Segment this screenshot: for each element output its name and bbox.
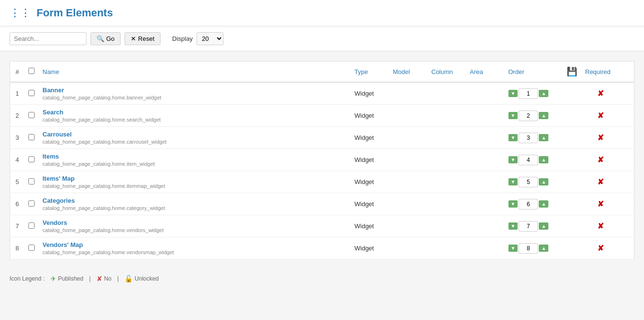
reset-button[interactable]: ✕ Reset [124,32,161,45]
order-down-button[interactable]: ▼ [508,200,518,208]
row-num: 4 [10,149,25,171]
row-name-link[interactable]: Search [43,109,63,116]
row-required-cell: ✘ [582,193,620,215]
row-save-cell [562,193,582,215]
row-column [428,149,466,171]
required-delete-button[interactable]: ✘ [597,89,604,98]
row-action-cell [620,127,634,149]
order-up-button[interactable]: ▲ [539,245,548,252]
order-up-button[interactable]: ▲ [539,90,548,97]
display-select[interactable]: 5 10 20 50 100 [197,32,223,45]
select-all-checkbox[interactable] [28,68,35,74]
row-area [466,149,505,171]
row-checkbox[interactable] [28,112,35,118]
order-input[interactable] [519,133,538,143]
row-checkbox-cell [25,149,39,171]
row-action-cell [620,171,634,193]
row-checkbox[interactable] [28,178,35,185]
row-area [466,193,505,215]
no-icon: ✘ [97,275,102,283]
order-input[interactable] [519,199,538,209]
table-row: 6 Categories catalog_home_page_catalog.h… [10,193,634,215]
order-input[interactable] [519,221,538,232]
row-save-cell [562,237,582,259]
row-num: 6 [10,193,25,215]
required-delete-button[interactable]: ✘ [597,133,604,142]
row-name-link[interactable]: Vendors [43,219,67,226]
required-delete-button[interactable]: ✘ [597,222,604,231]
row-column [428,82,466,105]
main-content: # Name Type Model Column Area Order 💾 Re… [0,51,644,269]
go-button[interactable]: 🔍 Go [90,32,121,45]
order-input[interactable] [519,243,538,254]
order-up-button[interactable]: ▲ [539,200,548,208]
row-checkbox[interactable] [28,222,35,229]
row-name-cell: Items catalog_home_page_catalog.home.ite… [39,149,351,171]
row-name-link[interactable]: Items [43,153,59,160]
row-name-link[interactable]: Banner [43,86,64,94]
row-key: catalog_home_page_catalog.home.category_… [43,205,347,211]
row-checkbox[interactable] [28,200,35,207]
row-num: 1 [10,82,25,105]
order-down-button[interactable]: ▼ [508,178,518,185]
row-name-link[interactable]: Categories [43,197,75,204]
search-icon: 🔍 [97,35,104,42]
row-checkbox[interactable] [28,156,35,162]
col-header-save: 💾 [562,62,582,83]
row-name-link[interactable]: Vendors' Map [43,241,83,248]
row-checkbox-cell [25,193,39,215]
row-checkbox[interactable] [28,90,35,96]
table-row: 5 Items' Map catalog_home_page_catalog.h… [10,171,634,193]
order-input[interactable] [519,111,538,121]
row-key: catalog_home_page_catalog.home.search_wi… [43,117,347,123]
order-up-button[interactable]: ▲ [539,134,548,141]
table-body: 1 Banner catalog_home_page_catalog.home.… [10,82,634,259]
order-down-button[interactable]: ▼ [508,245,518,252]
col-header-type: Type [351,62,389,83]
required-delete-button[interactable]: ✘ [597,155,604,164]
order-up-button[interactable]: ▲ [539,112,548,119]
required-delete-button[interactable]: ✘ [597,244,604,253]
row-type: Widget [351,237,389,259]
order-input[interactable] [519,177,538,187]
required-delete-button[interactable]: ✘ [597,177,604,186]
form-elements-icon: ⋮⋮ [10,7,31,19]
order-up-button[interactable]: ▲ [539,156,548,163]
row-order-cell: ▼ ▲ [505,171,562,193]
table-header-row: # Name Type Model Column Area Order 💾 Re… [10,62,634,83]
close-icon: ✕ [131,35,136,42]
row-type: Widget [351,149,389,171]
order-input[interactable] [519,155,538,165]
order-input[interactable] [519,88,538,99]
row-checkbox[interactable] [28,245,35,251]
order-down-button[interactable]: ▼ [508,134,518,141]
save-all-icon[interactable]: 💾 [567,67,577,76]
row-checkbox[interactable] [28,134,35,140]
order-down-button[interactable]: ▼ [508,112,518,119]
row-save-cell [562,215,582,237]
row-name-link[interactable]: Carrousel [43,131,72,138]
row-name-link[interactable]: Items' Map [43,175,75,182]
row-key: catalog_home_page_catalog.home.itemmap_w… [43,183,347,189]
order-up-button[interactable]: ▲ [539,222,548,230]
col-header-order: Order [505,62,562,83]
published-icon: ✈ [50,275,56,283]
table-row: 2 Search catalog_home_page_catalog.home.… [10,105,634,127]
row-model [389,193,428,215]
row-checkbox-cell [25,215,39,237]
order-down-button[interactable]: ▼ [508,156,518,163]
required-delete-button[interactable]: ✘ [597,199,604,209]
row-required-cell: ✘ [582,171,620,193]
search-input[interactable] [10,32,87,45]
order-up-button[interactable]: ▲ [539,178,548,185]
display-label: Display [172,35,193,42]
row-action-cell [620,193,634,215]
row-area [466,237,505,259]
go-label: Go [106,35,114,42]
row-model [389,105,428,127]
page-header: ⋮⋮ Form Elements [0,0,644,26]
order-down-button[interactable]: ▼ [508,90,518,97]
required-delete-button[interactable]: ✘ [597,111,604,120]
order-down-button[interactable]: ▼ [508,222,518,230]
reset-label: Reset [138,35,154,42]
